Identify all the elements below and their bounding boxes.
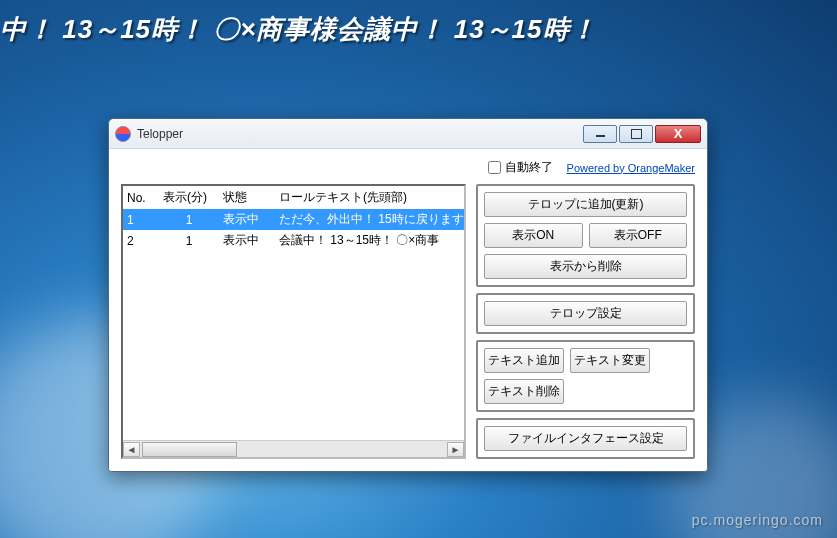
cell-roll-text: 会議中！ 13～15時！ 〇×商事 (275, 230, 464, 251)
show-off-button[interactable]: 表示OFF (589, 223, 688, 248)
scroll-track[interactable] (140, 442, 447, 457)
watermark: pc.mogeringo.com (692, 512, 823, 528)
auto-end-label: 自動終了 (505, 159, 553, 176)
cell-disp-min: 1 (159, 230, 219, 251)
auto-end-checkbox[interactable]: 自動終了 (488, 159, 553, 176)
col-no[interactable]: No. (123, 186, 159, 209)
maximize-button[interactable] (619, 125, 653, 143)
horizontal-scrollbar[interactable]: ◄ ► (123, 440, 464, 457)
cell-no: 1 (123, 209, 159, 230)
powered-by-link[interactable]: Powered by OrangeMaker (567, 162, 695, 174)
scroll-thumb[interactable] (142, 442, 237, 457)
cell-state: 表示中 (219, 230, 275, 251)
table-row[interactable]: 2 1 表示中 会議中！ 13～15時！ 〇×商事 (123, 230, 464, 251)
file-interface-settings-button[interactable]: ファイルインタフェース設定 (484, 426, 687, 451)
cell-state: 表示中 (219, 209, 275, 230)
text-delete-button[interactable]: テキスト削除 (484, 379, 564, 404)
scroll-right-icon[interactable]: ► (447, 442, 464, 457)
titlebar[interactable]: Telopper X (109, 119, 707, 149)
app-window: Telopper X 自動終了 Powered by OrangeMaker (108, 118, 708, 472)
cell-roll-text: ただ今、外出中！ 15時に戻ります (275, 209, 464, 230)
telop-list[interactable]: No. 表示(分) 状態 ロールテキスト(先頭部) 1 1 表示中 ただ今、外出… (121, 184, 466, 459)
text-change-button[interactable]: テキスト変更 (570, 348, 650, 373)
table-row[interactable]: 1 1 表示中 ただ今、外出中！ 15時に戻ります (123, 209, 464, 230)
show-on-button[interactable]: 表示ON (484, 223, 583, 248)
remove-display-button[interactable]: 表示から削除 (484, 254, 687, 279)
add-telop-button[interactable]: テロップに追加(更新) (484, 192, 687, 217)
text-add-button[interactable]: テキスト追加 (484, 348, 564, 373)
telop-settings-button[interactable]: テロップ設定 (484, 301, 687, 326)
app-icon (115, 126, 131, 142)
desktop-ticker: 中！ 13～15時！ 〇×商事様会議中！ 13～15時！ (0, 12, 837, 47)
window-title: Telopper (137, 127, 581, 141)
col-roll-text[interactable]: ロールテキスト(先頭部) (275, 186, 464, 209)
col-disp-min[interactable]: 表示(分) (159, 186, 219, 209)
cell-no: 2 (123, 230, 159, 251)
minimize-button[interactable] (583, 125, 617, 143)
cell-disp-min: 1 (159, 209, 219, 230)
button-panel: テロップに追加(更新) 表示ON 表示OFF 表示から削除 テロップ設定 テキス… (476, 184, 695, 459)
close-button[interactable]: X (655, 125, 701, 143)
col-state[interactable]: 状態 (219, 186, 275, 209)
scroll-left-icon[interactable]: ◄ (123, 442, 140, 457)
auto-end-input[interactable] (488, 161, 501, 174)
